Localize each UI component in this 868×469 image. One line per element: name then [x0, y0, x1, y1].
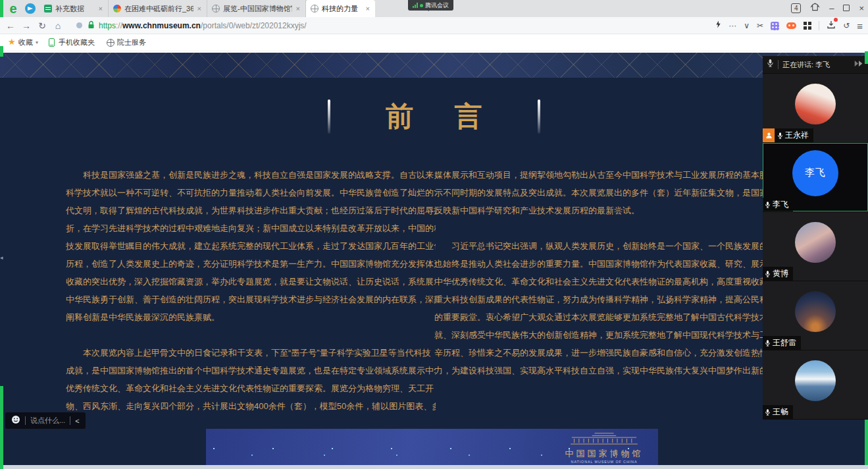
- url-text[interactable]: https :// www.chnmuseum.cn /portals/0/we…: [99, 21, 307, 30]
- browser-tab[interactable]: 在困难中砥砺前行_360搜索 ×: [109, 0, 207, 17]
- tab-favicon-icon: [212, 5, 220, 13]
- tab-strip: 补充数据 × 在困难中砥砺前行_360搜索 × 展览-中国国家博物馆官方网站 ×: [39, 0, 375, 17]
- text-line: 媒体展示和互动项目，提纲挈领地勾勒出从古至今中国科学技术与工业发展历程的基本脉络…: [434, 166, 804, 184]
- refresh-icon[interactable]: ↻: [34, 20, 50, 31]
- theme-skin-icon[interactable]: [810, 2, 820, 14]
- screenshot-scissors-icon[interactable]: ✂: [757, 21, 763, 30]
- browser-tab[interactable]: 科技的力量 ×: [306, 0, 375, 17]
- tab-close-icon[interactable]: ×: [295, 5, 301, 13]
- window-controls: 4 – ×: [791, 2, 864, 14]
- bookmark-icon: [107, 39, 115, 47]
- close-window-button[interactable]: ×: [859, 3, 864, 13]
- text-line: 优秀传统文化、革命文化和社会主义先进文化代表性物证的重要探索。展览分为格物穷理、…: [66, 379, 436, 397]
- tab-title: 科技的力量: [322, 4, 362, 14]
- meeting-floating-badge[interactable]: 腾讯会议: [408, 0, 453, 11]
- messenger-icon[interactable]: [25, 3, 36, 14]
- chat-widget[interactable]: 说点什么... <: [5, 412, 86, 429]
- text-line: [66, 326, 436, 344]
- collapsed-side-panel-handle[interactable]: [0, 254, 3, 261]
- text-line: 科技是国家强盛之基，创新是民族进步之魂，科技自立自强是国家发展的战略支撑。自古以…: [66, 166, 436, 184]
- browser-tab[interactable]: 展览-中国国家博物馆官方网站 ×: [207, 0, 306, 17]
- text-line: 阐释创新是中华民族最深沉的民族禀赋。: [66, 308, 436, 326]
- tab-count-button[interactable]: 4: [791, 3, 801, 13]
- text-line: 的重要殿堂。衷心希望广大观众通过本次展览能够更加系统完整地了解中国古代科学技术的…: [434, 308, 804, 326]
- text-line: 反映新中国科学研究和产业技术发展历程的最新尝试。: [434, 202, 804, 219]
- participant-name: 王畅: [773, 406, 788, 418]
- bookmark-icon: [8, 39, 16, 47]
- chat-collapse-icon[interactable]: <: [75, 417, 79, 425]
- emoji-smiley-icon[interactable]: [11, 415, 20, 427]
- download-alert-dot: [834, 18, 838, 22]
- text-line: 科学技术就以一种不可逆转、不可抗拒的力量推动着人类社会向前发展。中华民族曾创造了…: [66, 184, 436, 202]
- preface-right-column: 媒体展示和互动项目，提纲挈领地勾勒出从古至今中国科学技术与工业发展历程的基本脉络…: [434, 166, 804, 379]
- participant-label-row: 黄博: [763, 267, 793, 281]
- url-separator: ://: [116, 21, 122, 30]
- participant-label-row: 王舒雷: [763, 336, 801, 350]
- divider: [819, 21, 819, 30]
- divider: [25, 416, 26, 425]
- menu-icon[interactable]: ≡: [857, 20, 863, 32]
- bookmark-item[interactable]: 收藏 ▾: [5, 38, 41, 47]
- microphone-icon: [767, 59, 774, 70]
- bookmark-item[interactable]: 院士服务: [104, 38, 151, 47]
- text-line: 就、深刻感受中华民族伟大的创新创造精神，更加系统完整地了解中国现代科学技术与工业…: [434, 326, 804, 344]
- host-badge-icon: [763, 128, 775, 142]
- translate-extension-icon[interactable]: [771, 22, 779, 30]
- museum-logo: 中国国家博物馆 NATIONAL MUSEUM OF CHINA: [559, 431, 649, 464]
- recording-dot-icon: [420, 4, 423, 7]
- avatar: [795, 360, 836, 401]
- reader-mode-icon[interactable]: [76, 22, 82, 28]
- participant-tile[interactable]: 王永祥: [763, 74, 868, 142]
- bookmark-label: 手机收藏夹: [59, 38, 95, 47]
- browser-tab[interactable]: 补充数据 ×: [39, 0, 109, 17]
- text-line: 中华优秀传统文化、革命文化和社会主义先进文化代表性物证的最高机构，高度重视收藏和…: [434, 273, 804, 290]
- address-bar: ← → ↻ ⌂ https :// www.chnmuseum.cn /port…: [0, 17, 868, 34]
- share-border-left-mid: [0, 46, 3, 57]
- avatar: [795, 222, 836, 263]
- back-icon[interactable]: ←: [3, 20, 18, 31]
- participant-tile[interactable]: 李飞 李飞: [763, 143, 868, 211]
- participant-label: 王畅: [763, 405, 793, 419]
- tab-close-icon[interactable]: ×: [365, 5, 370, 13]
- downloads-icon[interactable]: [827, 20, 836, 32]
- more-actions-icon[interactable]: ···: [728, 21, 736, 30]
- text-line: 习近平总书记突出强调，纵观人类发展历史，创新始终是一个国家、一个民族发展的重要: [434, 237, 804, 255]
- meeting-panel: 正在讲话: 李飞 王永祥: [763, 56, 868, 420]
- participant-name: 王永祥: [785, 130, 809, 141]
- text-line: 代文明，取得了辉煌的古代科技成就，为世界科技进步作出重大贡献；也经历过落后于时代…: [66, 202, 436, 219]
- participant-tile[interactable]: 王畅: [763, 350, 868, 419]
- webpage-content: 前 言 科技是国家强盛之基，创新是民族进步之魂，科技自立自强是国家发展的战略支撑…: [0, 51, 868, 469]
- chrome-page-gap: [0, 51, 868, 53]
- participant-tile[interactable]: 黄博: [763, 212, 868, 281]
- tab-close-icon[interactable]: ×: [197, 5, 202, 13]
- avatar: [795, 291, 836, 332]
- ssl-lock-icon[interactable]: [88, 20, 95, 32]
- participant-label-row: 李飞: [763, 198, 793, 211]
- tab-title: 展览-中国国家博物馆官方网站: [223, 4, 292, 14]
- museum-building-icon: [567, 431, 641, 445]
- undo-closed-tab-icon[interactable]: ↺: [843, 21, 850, 30]
- bookmark-item[interactable]: 手机收藏夹: [45, 38, 100, 47]
- apps-grid-icon[interactable]: [804, 22, 811, 30]
- avatar: 李飞: [792, 150, 838, 196]
- forward-icon[interactable]: →: [18, 20, 34, 31]
- microphone-icon: [777, 132, 783, 140]
- flash-boost-icon[interactable]: [715, 20, 721, 32]
- participant-label: 黄博: [763, 267, 793, 281]
- participant-tile[interactable]: 王舒雷: [763, 281, 868, 350]
- page-bottom-strip: [0, 465, 868, 469]
- participant-tiles: 王永祥 李飞 李飞: [763, 74, 868, 419]
- panel-collapse-icon[interactable]: [854, 59, 864, 70]
- text-line: 技发展取得举世瞩目的伟大成就，建立起系统完整的现代工业体系，走过了发达国家几百年…: [66, 237, 436, 255]
- chat-input[interactable]: 说点什么...: [30, 416, 65, 426]
- microphone-icon: [765, 339, 771, 347]
- home-icon[interactable]: ⌂: [50, 20, 66, 31]
- restore-button[interactable]: [843, 5, 850, 11]
- tab-close-icon[interactable]: ×: [98, 5, 103, 13]
- text-line: 折，在学习先进科学技术的过程中艰难地走向复兴；新中国成立以来特别是改革开放以来，…: [66, 219, 436, 237]
- dropdown-chevron-icon[interactable]: ∨: [744, 21, 750, 30]
- minimize-button[interactable]: –: [829, 3, 834, 13]
- page-header-banner: [0, 51, 868, 78]
- games-extension-icon[interactable]: [786, 22, 796, 29]
- browser-logo-icon[interactable]: e: [6, 1, 20, 16]
